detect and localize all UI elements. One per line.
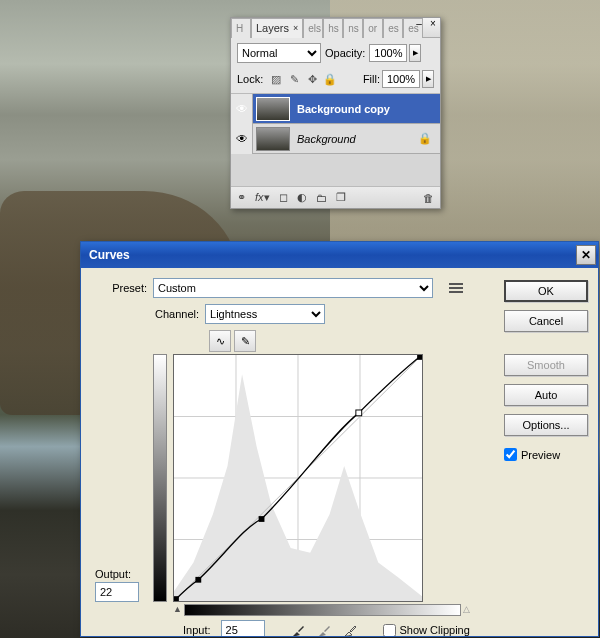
layer-list: 👁 Background copy 👁 Background 🔒 [231, 94, 440, 186]
curve-pencil-icon[interactable]: ✎ [234, 330, 256, 352]
curve-point[interactable] [259, 516, 265, 522]
tab-layers[interactable]: Layers× [251, 18, 303, 38]
smooth-button: Smooth [504, 354, 588, 376]
auto-button[interactable]: Auto [504, 384, 588, 406]
fill-input[interactable] [382, 70, 420, 88]
preview-label: Preview [521, 449, 560, 461]
curves-dialog: Curves ✕ Preset: Custom Channel: Lightne… [80, 241, 599, 637]
layer-row[interactable]: 👁 Background 🔒 [231, 124, 440, 154]
curve-draw-icon[interactable]: ∿ [209, 330, 231, 352]
preset-label: Preset: [95, 282, 147, 294]
layer-name[interactable]: Background [293, 133, 356, 145]
tab-close-icon[interactable]: × [293, 23, 298, 33]
preset-select[interactable]: Custom [153, 278, 433, 298]
black-eyedropper-icon[interactable] [289, 620, 309, 637]
layer-fx-icon[interactable]: fx▾ [255, 191, 270, 204]
blend-mode-select[interactable]: Normal [237, 43, 321, 63]
tab-color[interactable]: or [363, 18, 383, 38]
lock-transparency-icon[interactable]: ▨ [268, 71, 284, 87]
preset-menu-icon[interactable] [447, 279, 465, 297]
opacity-input[interactable] [369, 44, 407, 62]
curve-endpoint[interactable] [174, 596, 179, 601]
dialog-body: Preset: Custom Channel: Lightness ∿ ✎ Ou… [81, 268, 598, 636]
white-point-slider[interactable]: △ [463, 604, 470, 614]
lock-row: Lock: ▨ ✎ ✥ 🔒 Fill: ▶ [231, 68, 440, 94]
opacity-label: Opacity: [325, 47, 365, 59]
opacity-flyout-icon[interactable]: ▶ [409, 44, 421, 62]
curve-point[interactable] [195, 577, 201, 583]
output-input[interactable] [95, 582, 139, 602]
trash-icon[interactable]: 🗑 [423, 192, 434, 204]
tab-actions[interactable]: ns [343, 18, 363, 38]
lock-label: Lock: [237, 73, 263, 85]
horizontal-gradient-strip [184, 604, 461, 616]
titlebar[interactable]: Curves ✕ [81, 242, 598, 268]
layer-thumbnail[interactable] [256, 127, 290, 151]
layer-mask-icon[interactable]: ◻ [279, 191, 288, 204]
group-icon[interactable]: 🗀 [316, 192, 327, 204]
fill-flyout-icon[interactable]: ▶ [422, 70, 434, 88]
tab-swatches[interactable]: es [383, 18, 403, 38]
show-clipping-label: Show Clipping [400, 624, 470, 636]
fill-label: Fill: [363, 73, 380, 85]
input-input[interactable] [221, 620, 265, 637]
curves-graph[interactable] [173, 354, 423, 602]
cancel-button[interactable]: Cancel [504, 310, 588, 332]
close-button[interactable]: ✕ [576, 245, 596, 265]
tab-channels[interactable]: els [303, 18, 323, 38]
options-button[interactable]: Options... [504, 414, 588, 436]
layer-name[interactable]: Background copy [293, 103, 390, 115]
white-eyedropper-icon[interactable] [341, 620, 361, 637]
visibility-toggle-icon[interactable]: 👁 [231, 94, 253, 124]
panel-footer: ⚭ fx▾ ◻ ◐ 🗀 ❐ 🗑 [231, 186, 440, 208]
panel-close-icon[interactable]: × [428, 18, 438, 29]
input-label: Input: [183, 624, 211, 636]
panel-minimize-icon[interactable]: – [414, 18, 424, 29]
dialog-title: Curves [89, 248, 130, 262]
show-clipping-checkbox[interactable] [383, 624, 396, 637]
black-point-slider[interactable]: ▲ [173, 604, 182, 614]
tab-layers-label: Layers [256, 22, 289, 34]
preview-checkbox[interactable] [504, 448, 517, 461]
layer-spacer [231, 154, 440, 186]
layer-thumbnail[interactable] [256, 97, 290, 121]
channel-select[interactable]: Lightness [205, 304, 325, 324]
vertical-gradient-strip [153, 354, 167, 602]
link-layers-icon[interactable]: ⚭ [237, 191, 246, 204]
new-layer-icon[interactable]: ❐ [336, 191, 346, 204]
layer-row[interactable]: 👁 Background copy [231, 94, 440, 124]
gray-eyedropper-icon[interactable] [315, 620, 335, 637]
lock-position-icon[interactable]: ✥ [304, 71, 320, 87]
panel-tabbar: H Layers× els hs ns or es es – × [231, 18, 440, 38]
output-label: Output: [95, 568, 149, 580]
lock-icon: 🔒 [418, 132, 432, 145]
tab-paths[interactable]: hs [323, 18, 343, 38]
visibility-toggle-icon[interactable]: 👁 [231, 124, 253, 154]
tab-history[interactable]: H [231, 18, 251, 38]
layers-panel: H Layers× els hs ns or es es – × Normal … [230, 17, 441, 209]
adjustment-layer-icon[interactable]: ◐ [297, 191, 307, 204]
channel-label: Channel: [155, 308, 199, 320]
ok-button[interactable]: OK [504, 280, 588, 302]
curve-endpoint[interactable] [417, 355, 422, 360]
lock-all-icon[interactable]: 🔒 [322, 71, 338, 87]
blend-row: Normal Opacity: ▶ [231, 38, 440, 68]
curve-point[interactable] [356, 410, 362, 416]
lock-pixels-icon[interactable]: ✎ [286, 71, 302, 87]
